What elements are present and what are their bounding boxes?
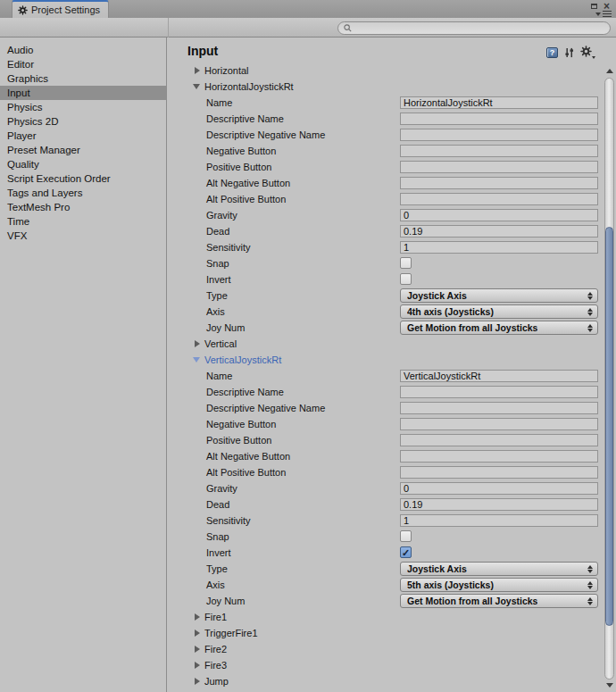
row-positive-button: Positive Button	[168, 159, 616, 175]
field-name[interactable]	[400, 370, 598, 382]
dropdown-joy-num[interactable]: Get Motion from all Joysticks	[400, 594, 598, 608]
sidebar-item-physics[interactable]: Physics	[0, 100, 166, 114]
scrollbar-track[interactable]	[604, 78, 614, 679]
foldout-expanded-icon[interactable]	[193, 357, 200, 363]
dropdown-value-type: Joystick Axis	[407, 563, 467, 574]
foldout-collapsed-icon[interactable]	[195, 662, 200, 669]
sidebar-item-textmesh-pro[interactable]: TextMesh Pro	[0, 200, 166, 214]
sidebar-item-editor[interactable]: Editor	[0, 57, 166, 71]
row-axis: Axis5th axis (Joysticks)	[168, 577, 616, 593]
checkbox-snap[interactable]: ✓	[400, 257, 412, 269]
header-icons: ?	[546, 46, 592, 59]
arrow-up-icon	[587, 565, 593, 569]
dropdown-joy-num[interactable]: Get Motion from all Joysticks	[400, 321, 598, 335]
row-alt-positive-button: Alt Positive Button	[168, 464, 616, 480]
dropdown-type[interactable]: Joystick Axis	[400, 562, 598, 576]
checkbox-invert[interactable]: ✓	[400, 273, 412, 285]
foldout-label-fire2[interactable]: Fire2	[204, 644, 227, 654]
field-alt-positive-button[interactable]	[400, 466, 598, 479]
sidebar-item-graphics[interactable]: Graphics	[0, 71, 166, 86]
close-button[interactable]: ×	[604, 3, 610, 10]
foldout-collapsed-icon[interactable]	[195, 678, 200, 685]
row-type: TypeJoystick Axis	[168, 561, 616, 577]
dropdown-axis[interactable]: 4th axis (Joysticks)	[400, 304, 598, 319]
sidebar-item-preset-manager[interactable]: Preset Manager	[0, 143, 166, 157]
field-alt-positive-button[interactable]	[400, 193, 598, 205]
axes-rows: HorizontalHorizontalJoystickRtNameDescri…	[168, 63, 616, 689]
sidebar-item-script-execution-order[interactable]: Script Execution Order	[0, 171, 166, 186]
sidebar-item-physics-2d[interactable]: Physics 2D	[0, 114, 166, 129]
help-icon[interactable]: ?	[546, 47, 558, 58]
label-alt-negative-button: Alt Negative Button	[206, 451, 290, 462]
field-gravity[interactable]	[400, 482, 598, 495]
field-descriptive-negative-name[interactable]	[400, 402, 598, 414]
sidebar-item-audio[interactable]: Audio	[0, 43, 166, 57]
field-dead[interactable]	[400, 498, 598, 511]
field-descriptive-negative-name[interactable]	[400, 129, 598, 141]
settings-gear-button[interactable]	[580, 46, 592, 59]
field-positive-button[interactable]	[400, 434, 598, 446]
foldout-label-fire1[interactable]: Fire1	[204, 612, 227, 622]
field-sensitivity[interactable]	[400, 514, 598, 527]
label-type: Type	[206, 290, 228, 301]
preset-icon[interactable]	[563, 47, 575, 58]
search-box[interactable]	[337, 21, 611, 35]
checkbox-invert[interactable]: ✓	[400, 546, 412, 558]
field-negative-button[interactable]	[400, 145, 598, 157]
dropdown-axis[interactable]: 5th axis (Joysticks)	[400, 578, 598, 592]
label-axis: Axis	[206, 306, 225, 317]
scrollbar-thumb[interactable]	[605, 227, 613, 626]
field-gravity[interactable]	[400, 209, 598, 221]
field-alt-negative-button[interactable]	[400, 450, 598, 463]
sidebar-item-tags-and-layers[interactable]: Tags and Layers	[0, 186, 166, 200]
field-sensitivity[interactable]	[400, 241, 598, 254]
foldout-label-triggerfire1[interactable]: TriggerFire1	[204, 628, 258, 638]
field-positive-button[interactable]	[400, 161, 598, 173]
sidebar-item-time[interactable]: Time	[0, 214, 166, 229]
updown-arrows-icon	[587, 565, 593, 573]
foldout-collapsed-icon[interactable]	[195, 340, 200, 347]
scroll-down-button[interactable]	[604, 679, 615, 691]
foldout-label-fire3[interactable]: Fire3	[204, 660, 227, 671]
dropdown-value-type: Joystick Axis	[407, 290, 467, 301]
dropdown-type[interactable]: Joystick Axis	[400, 288, 598, 303]
foldout-label-jump[interactable]: Jump	[204, 676, 229, 687]
foldout-expanded-icon[interactable]	[193, 84, 200, 89]
input-settings-panel: Input ?	[168, 38, 616, 692]
sidebar-item-quality[interactable]: Quality	[0, 157, 166, 171]
tab-project-settings[interactable]: Project Settings	[12, 0, 109, 18]
foldout-label-verticaljoystickrt[interactable]: VerticalJoystickRt	[204, 354, 281, 365]
foldout-collapsed-icon[interactable]	[195, 646, 200, 653]
foldout-label-horizontal[interactable]: Horizontal	[204, 65, 249, 76]
arrow-up-icon	[606, 69, 613, 73]
row-negative-button: Negative Button	[168, 143, 616, 159]
label-alt-negative-button: Alt Negative Button	[206, 178, 290, 188]
row-alt-positive-button: Alt Positive Button	[168, 191, 616, 207]
foldout-collapsed-icon[interactable]	[195, 613, 200, 621]
sidebar: AudioEditorGraphicsInputPhysicsPhysics 2…	[0, 38, 167, 692]
sidebar-item-player[interactable]: Player	[0, 129, 166, 143]
foldout-label-horizontaljoystickrt[interactable]: HorizontalJoystickRt	[204, 81, 294, 92]
sidebar-item-vfx[interactable]: VFX	[0, 229, 166, 243]
arrow-down-icon	[587, 602, 593, 605]
sidebar-item-input[interactable]: Input	[0, 86, 166, 100]
field-alt-negative-button[interactable]	[400, 177, 598, 189]
vertical-scrollbar[interactable]	[604, 65, 615, 692]
field-dead[interactable]	[400, 225, 598, 238]
scroll-up-button[interactable]	[604, 65, 615, 77]
foldout-label-vertical[interactable]: Vertical	[204, 338, 237, 349]
foldout-collapsed-icon[interactable]	[195, 67, 200, 74]
arrow-up-icon	[587, 324, 593, 328]
label-gravity: Gravity	[206, 210, 237, 221]
window-menu-button[interactable]	[595, 11, 612, 17]
field-descriptive-name[interactable]	[400, 113, 598, 125]
field-descriptive-name[interactable]	[400, 386, 598, 398]
checkbox-snap[interactable]: ✓	[400, 530, 412, 542]
maximize-button[interactable]	[591, 4, 597, 9]
label-negative-button: Negative Button	[206, 419, 276, 429]
foldout-collapsed-icon[interactable]	[195, 629, 200, 637]
row-jump: Jump	[168, 673, 616, 689]
search-input[interactable]	[353, 23, 610, 34]
field-name[interactable]	[400, 96, 598, 109]
field-negative-button[interactable]	[400, 418, 598, 430]
